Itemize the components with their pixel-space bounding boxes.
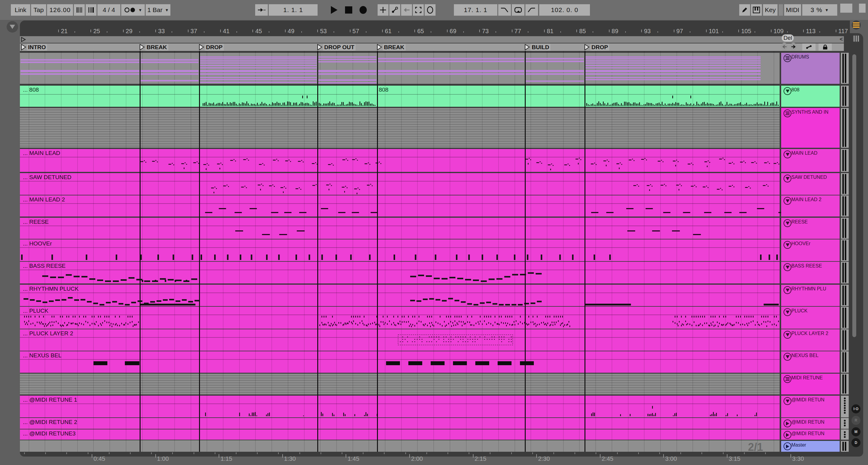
- session-view-toggle[interactable]: [852, 34, 861, 43]
- time-signature-field[interactable]: 4 / 4: [97, 4, 120, 16]
- track-fold-button[interactable]: [783, 151, 792, 158]
- draw-mode-button[interactable]: [739, 4, 750, 16]
- track-fold-button[interactable]: [783, 263, 792, 271]
- metronome-button[interactable]: ▼: [121, 4, 145, 16]
- clip-lane[interactable]: [20, 418, 780, 429]
- scrub-area[interactable]: <: [20, 36, 844, 43]
- next-locator-button[interactable]: [789, 43, 797, 50]
- group-lane[interactable]: [20, 53, 780, 84]
- locator-flag[interactable]: BREAK: [377, 43, 406, 51]
- key-map-button[interactable]: Key: [763, 4, 777, 16]
- session-loop-button[interactable]: [425, 4, 435, 16]
- delete-locator-button[interactable]: Del: [782, 34, 794, 42]
- loop-end-marker[interactable]: <: [840, 36, 843, 42]
- link-button[interactable]: Link: [11, 4, 30, 16]
- arrangement-view-toggle[interactable]: [852, 21, 861, 30]
- prev-locator-button[interactable]: [780, 43, 788, 50]
- clip-lane[interactable]: [20, 218, 780, 239]
- track-fold-button[interactable]: [783, 110, 792, 117]
- track-header[interactable]: PLUCK LAYER 2: [781, 329, 840, 351]
- track-fold-button[interactable]: [783, 286, 792, 294]
- track-header[interactable]: Master: [781, 441, 840, 452]
- loop-length-field[interactable]: 102. 0. 0: [539, 4, 590, 16]
- track-header[interactable]: MAIN LEAD: [781, 149, 840, 172]
- cpu-meter[interactable]: 3 %▼: [802, 4, 837, 16]
- nudge-down-button[interactable]: [74, 4, 85, 16]
- arrangement-position-field[interactable]: 1. 1. 1: [269, 4, 318, 16]
- clip-lane[interactable]: [20, 86, 780, 107]
- track-header[interactable]: @MIDI RETUN: [781, 396, 840, 417]
- track-header[interactable]: 808: [781, 86, 840, 107]
- arrangement-fold-button[interactable]: [7, 21, 18, 33]
- io-toggle[interactable]: I·O: [851, 404, 861, 413]
- clip-lane[interactable]: [20, 307, 780, 329]
- track-header[interactable]: DRUMS: [781, 53, 840, 84]
- clip-lane[interactable]: [20, 285, 780, 306]
- automation-mode-button[interactable]: [802, 43, 815, 51]
- record-button[interactable]: [356, 4, 370, 16]
- clip-lane[interactable]: [20, 195, 780, 217]
- overview-toggle-button[interactable]: [840, 4, 852, 13]
- mixer-toggle[interactable]: M: [851, 427, 861, 436]
- track-header[interactable]: @MIDI RETUN: [781, 429, 840, 440]
- track-fold-button[interactable]: [783, 241, 792, 249]
- group-lane[interactable]: [20, 108, 780, 148]
- track-header[interactable]: PLUCK: [781, 307, 840, 329]
- returns-toggle[interactable]: R: [851, 416, 861, 425]
- track-fold-button[interactable]: [783, 442, 792, 450]
- locator-flag[interactable]: DROP: [199, 43, 224, 51]
- track-fold-button[interactable]: [783, 219, 792, 227]
- vertical-scrollbar[interactable]: [852, 54, 856, 337]
- re-enable-automation-button[interactable]: [401, 4, 412, 16]
- clip-lane[interactable]: [20, 149, 780, 172]
- midi-map-button[interactable]: MIDI: [784, 4, 801, 16]
- lock-envelopes-button[interactable]: [818, 43, 832, 51]
- clip-lane[interactable]: [20, 396, 780, 417]
- track-header[interactable]: REESE: [781, 218, 840, 239]
- clip-lane[interactable]: [20, 240, 780, 261]
- punch-in-button[interactable]: [498, 4, 511, 16]
- track-fold-button[interactable]: [783, 308, 792, 316]
- capture-midi-button[interactable]: [413, 4, 424, 16]
- track-fold-button[interactable]: [783, 54, 792, 62]
- time-signature-marker[interactable]: 2/1: [748, 441, 763, 454]
- stop-button[interactable]: [342, 4, 355, 16]
- track-fold-button[interactable]: [783, 375, 792, 383]
- locator-flag[interactable]: BUILD: [525, 43, 550, 51]
- locator-flag[interactable]: DROP: [585, 43, 609, 51]
- computer-midi-keyboard-button[interactable]: [751, 4, 762, 16]
- nudge-up-button[interactable]: [86, 4, 96, 16]
- quantize-menu[interactable]: 1 Bar▼: [146, 4, 170, 16]
- track-fold-button[interactable]: [783, 397, 792, 405]
- clip-lane[interactable]: [20, 351, 780, 373]
- group-lane[interactable]: [20, 374, 780, 395]
- loop-start-field[interactable]: 17. 1. 1: [454, 4, 497, 16]
- track-fold-button[interactable]: [783, 431, 792, 439]
- track-header[interactable]: MIDI RETUNE: [781, 374, 840, 395]
- track-fold-button[interactable]: [783, 420, 792, 427]
- second-window-button[interactable]: [859, 4, 866, 13]
- track-header[interactable]: BASS REESE: [781, 262, 840, 283]
- clip-lane[interactable]: [20, 429, 780, 440]
- track-header[interactable]: @MIDI RETUN: [781, 418, 840, 429]
- track-fold-button[interactable]: [783, 87, 792, 95]
- punch-out-button[interactable]: [525, 4, 538, 16]
- track-fold-button[interactable]: [783, 197, 792, 205]
- locator-flag[interactable]: INTRO: [21, 43, 47, 51]
- midi-overdub-button[interactable]: [378, 4, 389, 16]
- loop-toggle-button[interactable]: [512, 4, 525, 16]
- clip-lane[interactable]: [20, 173, 780, 195]
- clip-lane[interactable]: [20, 262, 780, 283]
- track-header[interactable]: SAW DETUNED: [781, 173, 840, 195]
- track-fold-button[interactable]: [783, 175, 792, 182]
- tap-tempo-button[interactable]: Tap: [31, 4, 46, 16]
- track-header[interactable]: SYNTHS AND IN: [781, 108, 840, 148]
- play-button[interactable]: [328, 4, 341, 16]
- track-fold-button[interactable]: [783, 331, 792, 339]
- clip-lane[interactable]: [20, 329, 780, 351]
- track-fold-button[interactable]: [783, 353, 792, 361]
- track-header[interactable]: HOOVEr: [781, 240, 840, 261]
- delay-toggle[interactable]: D: [851, 438, 861, 447]
- track-header[interactable]: MAIN LEAD 2: [781, 195, 840, 217]
- tempo-field[interactable]: 126.00: [47, 4, 73, 16]
